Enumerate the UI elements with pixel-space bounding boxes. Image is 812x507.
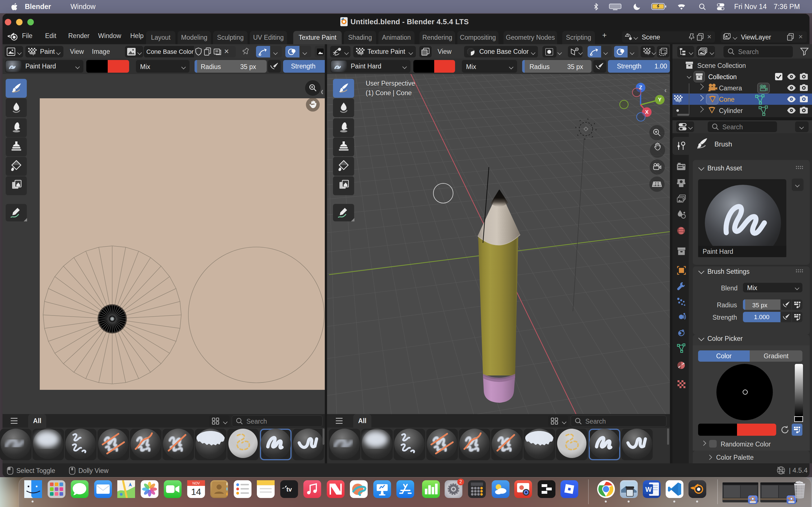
svg-text:Y: Y [658,97,662,103]
svg-text:W: W [645,486,652,493]
svg-text:14: 14 [191,487,201,497]
svg-text:‹: ‹ [664,86,667,94]
svg-text:tv: tv [287,486,292,493]
svg-text:X: X [645,109,649,115]
svg-text:NOV: NOV [192,482,200,485]
